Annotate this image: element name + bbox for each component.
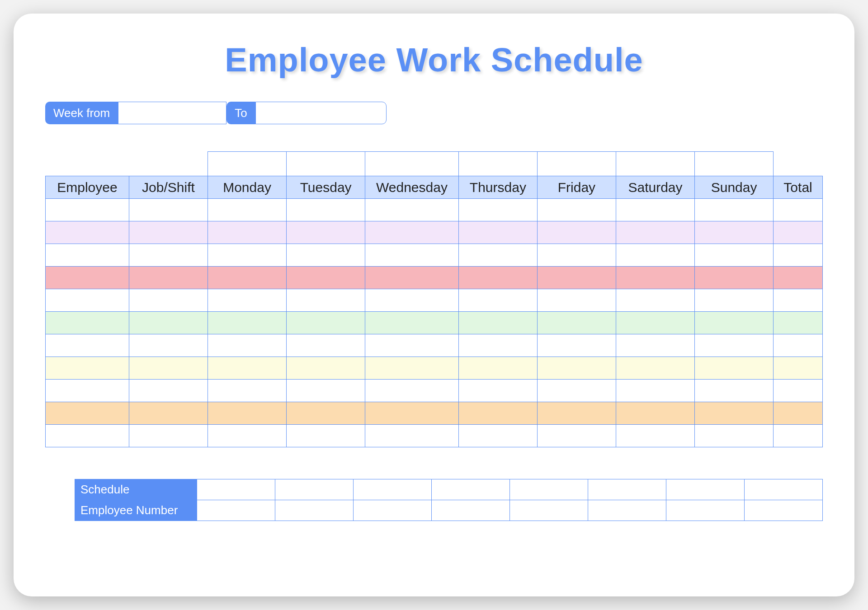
cell[interactable] (616, 312, 694, 334)
cell[interactable] (365, 425, 459, 447)
footer-cell[interactable] (354, 479, 432, 500)
footer-cell[interactable] (354, 500, 432, 521)
cell[interactable] (695, 380, 774, 402)
cell[interactable] (537, 334, 616, 357)
cell[interactable] (774, 312, 823, 334)
cell[interactable] (287, 334, 365, 357)
cell[interactable] (616, 357, 694, 380)
cell[interactable] (616, 221, 694, 244)
cell[interactable] (287, 380, 365, 402)
cell[interactable] (616, 267, 694, 289)
cell[interactable] (129, 357, 208, 380)
cell[interactable] (774, 402, 823, 425)
cell[interactable] (774, 380, 823, 402)
cell[interactable] (695, 221, 774, 244)
cell[interactable] (208, 267, 287, 289)
cell[interactable] (695, 267, 774, 289)
cell[interactable] (287, 312, 365, 334)
cell[interactable] (537, 267, 616, 289)
cell[interactable] (129, 380, 208, 402)
cell[interactable] (129, 289, 208, 312)
cell[interactable] (365, 312, 459, 334)
cell[interactable] (458, 380, 537, 402)
cell[interactable] (458, 289, 537, 312)
cell[interactable] (695, 244, 774, 267)
cell[interactable] (287, 221, 365, 244)
cell[interactable] (46, 221, 129, 244)
cell[interactable] (616, 380, 694, 402)
cell[interactable] (695, 357, 774, 380)
cell[interactable] (208, 380, 287, 402)
cell[interactable] (458, 334, 537, 357)
cell[interactable] (695, 199, 774, 221)
cell[interactable] (46, 199, 129, 221)
cell[interactable] (46, 244, 129, 267)
cell[interactable] (458, 199, 537, 221)
cell[interactable] (287, 199, 365, 221)
cell[interactable] (616, 402, 694, 425)
cell[interactable] (208, 199, 287, 221)
cell[interactable] (208, 244, 287, 267)
cell[interactable] (208, 289, 287, 312)
cell[interactable] (365, 357, 459, 380)
cell[interactable] (537, 357, 616, 380)
cell[interactable] (774, 199, 823, 221)
cell[interactable] (774, 334, 823, 357)
cell[interactable] (129, 199, 208, 221)
cell[interactable] (129, 312, 208, 334)
cell[interactable] (458, 221, 537, 244)
cell[interactable] (129, 221, 208, 244)
date-cell-fri[interactable] (537, 152, 616, 176)
cell[interactable] (695, 402, 774, 425)
date-cell-sun[interactable] (695, 152, 774, 176)
cell[interactable] (46, 402, 129, 425)
cell[interactable] (365, 380, 459, 402)
cell[interactable] (695, 312, 774, 334)
cell[interactable] (129, 425, 208, 447)
cell[interactable] (287, 357, 365, 380)
cell[interactable] (774, 425, 823, 447)
footer-cell[interactable] (666, 500, 745, 521)
footer-cell[interactable] (588, 500, 666, 521)
footer-cell[interactable] (197, 479, 275, 500)
cell[interactable] (208, 334, 287, 357)
cell[interactable] (208, 357, 287, 380)
cell[interactable] (46, 380, 129, 402)
cell[interactable] (208, 221, 287, 244)
cell[interactable] (365, 289, 459, 312)
cell[interactable] (46, 334, 129, 357)
footer-cell[interactable] (510, 500, 588, 521)
date-cell-mon[interactable] (208, 152, 287, 176)
cell[interactable] (458, 402, 537, 425)
cell[interactable] (537, 380, 616, 402)
cell[interactable] (537, 402, 616, 425)
cell[interactable] (365, 221, 459, 244)
cell[interactable] (458, 357, 537, 380)
footer-cell[interactable] (432, 479, 510, 500)
week-from-input[interactable] (118, 102, 226, 124)
cell[interactable] (695, 334, 774, 357)
cell[interactable] (774, 357, 823, 380)
cell[interactable] (458, 244, 537, 267)
cell[interactable] (365, 244, 459, 267)
cell[interactable] (208, 312, 287, 334)
cell[interactable] (46, 289, 129, 312)
week-to-input[interactable] (255, 102, 387, 124)
cell[interactable] (129, 402, 208, 425)
cell[interactable] (774, 221, 823, 244)
cell[interactable] (774, 289, 823, 312)
footer-cell[interactable] (197, 500, 275, 521)
cell[interactable] (537, 199, 616, 221)
cell[interactable] (46, 267, 129, 289)
cell[interactable] (287, 267, 365, 289)
cell[interactable] (537, 312, 616, 334)
cell[interactable] (458, 267, 537, 289)
cell[interactable] (616, 199, 694, 221)
cell[interactable] (287, 425, 365, 447)
cell[interactable] (208, 402, 287, 425)
date-cell-wed[interactable] (365, 152, 459, 176)
cell[interactable] (129, 334, 208, 357)
cell[interactable] (458, 425, 537, 447)
cell[interactable] (46, 425, 129, 447)
date-cell-sat[interactable] (616, 152, 694, 176)
